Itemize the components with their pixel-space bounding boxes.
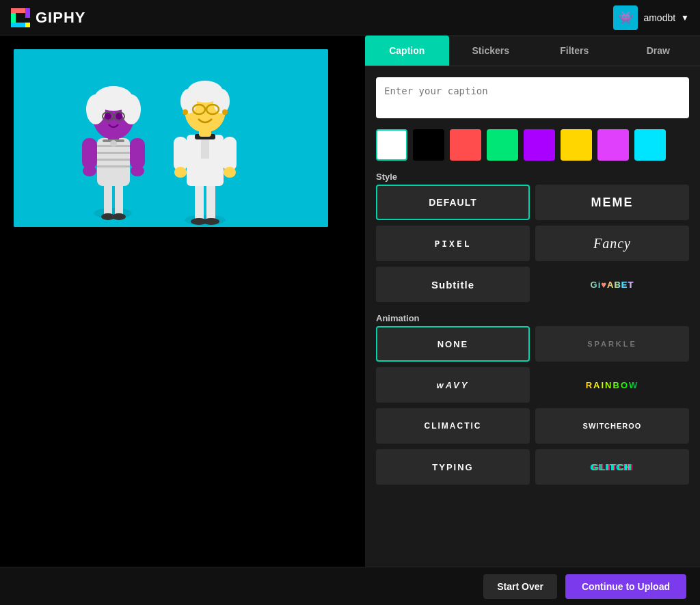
- svg-rect-17: [130, 138, 145, 169]
- anim-btn-glitch[interactable]: GLITCH: [535, 449, 689, 485]
- giphy-logo-icon: [11, 8, 30, 27]
- tab-stickers[interactable]: Stickers: [449, 36, 533, 66]
- anim-btn-climactic[interactable]: CLIMACTIC: [376, 408, 530, 444]
- style-btn-subtitle[interactable]: Subtitle: [376, 267, 530, 302]
- logo: GIPHY: [11, 8, 85, 27]
- svg-point-22: [110, 140, 117, 147]
- header: GIPHY 👾 amodbt ▼: [0, 0, 700, 36]
- svg-point-53: [222, 109, 228, 115]
- avatar-icon: 👾: [618, 10, 633, 25]
- svg-point-26: [122, 94, 141, 124]
- svg-point-47: [180, 89, 197, 113]
- anim-btn-none[interactable]: NONE: [376, 326, 530, 362]
- color-swatch-yellow[interactable]: [561, 129, 592, 161]
- svg-point-36: [203, 218, 219, 225]
- svg-point-42: [174, 167, 187, 178]
- style-btn-pixel[interactable]: PIXEL: [376, 226, 530, 261]
- style-btn-default[interactable]: DEFAULT: [376, 185, 530, 220]
- color-swatch-cyan[interactable]: [634, 129, 666, 161]
- panel-content: Style DEFAULT MEME PIXEL Fancy Subtitle …: [365, 66, 700, 496]
- logo-text: GIPHY: [36, 9, 85, 27]
- svg-rect-3: [11, 23, 25, 27]
- svg-rect-8: [115, 183, 123, 217]
- continue-to-upload-button[interactable]: Continue to Upload: [565, 574, 686, 599]
- anim-btn-rainbow[interactable]: RAINBOW: [535, 367, 689, 403]
- svg-point-43: [224, 167, 236, 178]
- style-btn-giphabet[interactable]: Gi♥ABET: [535, 267, 689, 302]
- gif-preview: [14, 49, 328, 227]
- tab-draw[interactable]: Draw: [617, 36, 701, 66]
- svg-rect-16: [82, 138, 97, 169]
- color-swatch-black[interactable]: [413, 129, 444, 161]
- color-swatches: [376, 129, 689, 161]
- svg-rect-14: [97, 159, 130, 161]
- animation-grid: NONE SPARKLE wAVY RAINBOW CLIMACTIC SWIT…: [376, 326, 689, 485]
- footer: Start Over Continue to Upload: [0, 567, 700, 605]
- color-swatch-red[interactable]: [450, 129, 481, 161]
- left-panel: [0, 36, 365, 567]
- svg-point-52: [183, 109, 188, 115]
- svg-point-25: [86, 94, 105, 124]
- svg-rect-5: [14, 49, 328, 227]
- svg-point-48: [213, 89, 230, 113]
- style-section: Style DEFAULT MEME PIXEL Fancy Subtitle …: [376, 172, 689, 302]
- style-section-label: Style: [376, 172, 689, 182]
- svg-rect-38: [201, 138, 209, 159]
- right-panel: Caption Stickers Filters Draw Style: [365, 36, 700, 567]
- svg-rect-33: [195, 183, 204, 222]
- svg-point-28: [116, 113, 122, 120]
- style-btn-fancy[interactable]: Fancy: [535, 226, 689, 261]
- avatar[interactable]: 👾: [613, 5, 638, 30]
- anim-btn-sparkle[interactable]: SPARKLE: [535, 326, 689, 362]
- svg-rect-41: [223, 137, 237, 171]
- anim-btn-switcheroo[interactable]: SWITCHEROO: [535, 408, 689, 444]
- tab-filters[interactable]: Filters: [533, 36, 617, 66]
- style-btn-meme[interactable]: MEME: [535, 185, 689, 220]
- svg-rect-15: [97, 165, 130, 167]
- svg-point-18: [83, 165, 96, 176]
- style-grid: DEFAULT MEME PIXEL Fancy Subtitle Gi♥ABE…: [376, 185, 689, 302]
- color-swatch-pink[interactable]: [597, 129, 629, 161]
- svg-point-10: [112, 213, 126, 220]
- svg-rect-7: [104, 183, 112, 217]
- color-swatch-green[interactable]: [487, 129, 518, 161]
- username: amodbt: [643, 12, 675, 23]
- svg-rect-40: [174, 137, 187, 171]
- caption-input[interactable]: [376, 77, 689, 118]
- svg-point-19: [131, 165, 144, 176]
- tabs-bar: Caption Stickers Filters Draw: [365, 36, 700, 66]
- animation-section: Animation NONE SPARKLE wAVY RAINBOW CLIM…: [376, 313, 689, 485]
- svg-rect-13: [97, 152, 130, 154]
- svg-point-27: [105, 113, 111, 120]
- animation-section-label: Animation: [376, 313, 689, 323]
- svg-rect-4: [25, 23, 30, 27]
- user-dropdown-arrow[interactable]: ▼: [681, 13, 689, 23]
- start-over-button[interactable]: Start Over: [483, 574, 557, 599]
- svg-rect-2: [25, 8, 30, 18]
- anim-btn-typing[interactable]: TYPING: [376, 449, 530, 485]
- color-swatch-purple[interactable]: [524, 129, 555, 161]
- main-content: Caption Stickers Filters Draw Style: [0, 36, 700, 567]
- svg-rect-34: [206, 183, 215, 222]
- user-area: 👾 amodbt ▼: [613, 5, 689, 30]
- anim-btn-wavy[interactable]: wAVY: [376, 367, 530, 403]
- tab-caption[interactable]: Caption: [365, 36, 449, 66]
- color-swatch-white[interactable]: [376, 129, 407, 161]
- gif-scene-svg: [14, 49, 328, 227]
